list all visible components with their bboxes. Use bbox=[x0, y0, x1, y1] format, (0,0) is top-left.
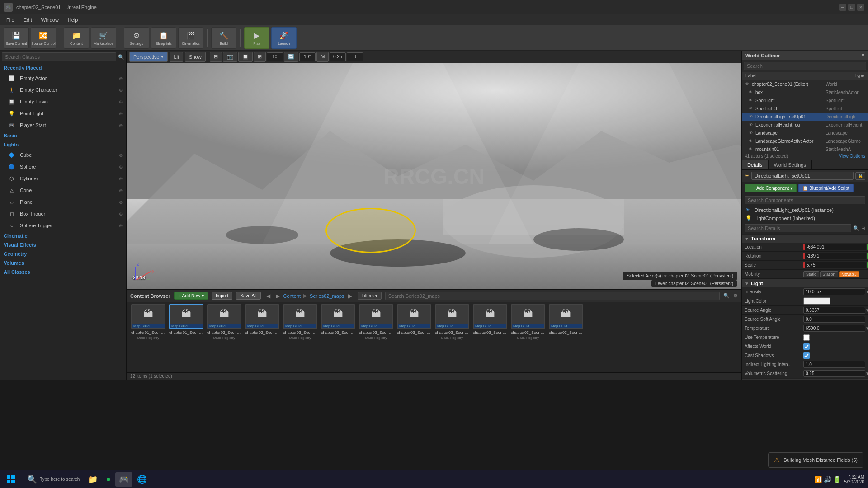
intensity-dropdown-icon[interactable]: ▾ bbox=[866, 289, 868, 295]
build-button[interactable]: 🔨 Build bbox=[211, 27, 236, 49]
actor-cube-add[interactable]: ⊕ bbox=[119, 153, 123, 158]
recently-placed-header[interactable]: Recently Placed bbox=[0, 63, 126, 72]
geometry-header[interactable]: Geometry bbox=[0, 249, 126, 258]
taskbar-spotify[interactable]: ● bbox=[102, 472, 114, 487]
source-angle-dropdown-icon[interactable]: ▾ bbox=[866, 307, 868, 313]
actor-empty-character[interactable]: 🚶 Empty Character ⊕ bbox=[0, 84, 126, 96]
actor-point-light[interactable]: 💡 Point Light ⊕ bbox=[0, 108, 126, 119]
actor-plane[interactable]: ▱ Plane ⊕ bbox=[0, 196, 126, 208]
actor-cylinder-add[interactable]: ⊕ bbox=[119, 176, 123, 181]
tab-details[interactable]: Details bbox=[742, 160, 769, 169]
visibility-icon-fog[interactable]: 👁 bbox=[747, 122, 754, 128]
comp-item-directional[interactable]: ☀ DirectionalLight_setUp01 (Instance) bbox=[742, 206, 868, 214]
filters-button[interactable]: Filters ▾ bbox=[358, 292, 382, 300]
nav-extra-button[interactable]: ▶ bbox=[346, 292, 354, 300]
view-options-button[interactable]: View Options bbox=[839, 154, 865, 159]
actor-player-start-add[interactable]: ⊕ bbox=[119, 123, 123, 128]
outliner-item-scene01[interactable]: 👁 chapter02_Scene01 (Editor) World bbox=[742, 80, 868, 88]
visual-effects-header[interactable]: Visual Effects bbox=[0, 240, 126, 249]
menu-file[interactable]: File bbox=[2, 14, 19, 25]
visibility-icon-gizmo[interactable]: 👁 bbox=[747, 138, 754, 144]
temperature-input[interactable] bbox=[803, 325, 865, 332]
details-search-input[interactable] bbox=[745, 224, 851, 232]
battery-icon[interactable]: 🔋 bbox=[833, 476, 841, 483]
comp-item-light[interactable]: 💡 LightComponent (Inherited) bbox=[742, 214, 868, 222]
actor-empty-character-add[interactable]: ⊕ bbox=[119, 88, 123, 93]
actor-cube[interactable]: 🔷 Cube ⊕ bbox=[0, 149, 126, 161]
outliner-search-input[interactable] bbox=[744, 62, 866, 70]
asset-chapter03-scene03[interactable]: 🏔 Map Build chapter03_Scene03 Data Regis… bbox=[434, 304, 470, 340]
visibility-icon-directional[interactable]: 👁 bbox=[747, 113, 754, 120]
asset-chapter03-scene02[interactable]: 🏔 Map Build chapter03_Scene02_Built_Scen… bbox=[396, 304, 432, 335]
actor-sphere-trigger[interactable]: ○ Sphere Trigger ⊕ bbox=[0, 220, 126, 231]
source-soft-input[interactable] bbox=[803, 316, 865, 323]
class-search-input[interactable] bbox=[2, 52, 116, 61]
actor-cone[interactable]: △ Cone ⊕ bbox=[0, 184, 126, 196]
scale-x-input[interactable] bbox=[803, 262, 866, 268]
camera-icon-button[interactable]: 📷 bbox=[223, 52, 237, 62]
asset-chapter03-scene04-built[interactable]: 🏔 Map Build chapter03_Scene04_Built_Data bbox=[548, 304, 584, 335]
rendering-section-header[interactable]: ▼ Rendering bbox=[742, 378, 868, 380]
outliner-item-spotlight[interactable]: 👁 SpotLight SpotLight bbox=[742, 96, 868, 104]
scale-grid-input[interactable] bbox=[330, 52, 346, 61]
actor-box-trigger[interactable]: ◻ Box Trigger ⊕ bbox=[0, 208, 126, 220]
visibility-icon-box[interactable]: 👁 bbox=[747, 89, 754, 95]
location-x-input[interactable] bbox=[803, 244, 866, 250]
clock-display[interactable]: 7:32 AM 5/20/2020 bbox=[844, 474, 865, 484]
actor-sphere-trigger-add[interactable]: ⊕ bbox=[119, 223, 123, 228]
asset-chapter02-scene01[interactable]: 🏔 Map Build chapter02_Scene01 Data Regis… bbox=[206, 304, 242, 340]
visibility-icon-landscape[interactable]: 👁 bbox=[747, 130, 754, 136]
lights-header[interactable]: Lights bbox=[0, 140, 126, 149]
save-current-button[interactable]: 💾 Save Current bbox=[4, 27, 29, 49]
asset-chapter02-built[interactable]: 🏔 Map Build chapter02_Scene01_Built_Data bbox=[244, 304, 280, 335]
cast-shadows-checkbox[interactable] bbox=[803, 352, 810, 359]
surface-snap-button[interactable]: 🔲 bbox=[238, 52, 253, 62]
actor-sphere-add[interactable]: ⊕ bbox=[119, 164, 123, 169]
actor-empty-actor-add[interactable]: ⊕ bbox=[119, 76, 123, 81]
actor-box-trigger-add[interactable]: ⊕ bbox=[119, 211, 123, 216]
asset-chapter03-scene03-built[interactable]: 🏔 Map Build chapter03_Scene03_Built_Data bbox=[472, 304, 508, 335]
asset-chapter03-scene00[interactable]: 🏔 Map Build chapter03_Scene00 Data Regis… bbox=[358, 304, 394, 340]
actor-empty-pawn-add[interactable]: ⊕ bbox=[119, 99, 123, 104]
visibility-icon[interactable]: 👁 bbox=[744, 81, 750, 87]
basic-header[interactable]: Basic bbox=[0, 131, 126, 140]
close-button[interactable]: ✕ bbox=[857, 4, 864, 11]
show-button[interactable]: Show bbox=[185, 52, 206, 62]
start-button[interactable] bbox=[0, 470, 22, 488]
use-temperature-checkbox[interactable] bbox=[803, 334, 810, 341]
asset-chapter03-scene01[interactable]: 🏔 Map Build chapter03_Scene01 Data Regis… bbox=[282, 304, 318, 340]
breadcrumb-content[interactable]: Content bbox=[283, 293, 301, 299]
taskbar-explorer[interactable]: 📁 bbox=[84, 472, 101, 487]
actor-empty-pawn[interactable]: 🔲 Empty Pawn ⊕ bbox=[0, 96, 126, 108]
visibility-icon-spotlight[interactable]: 👁 bbox=[747, 97, 754, 103]
actor-player-start[interactable]: 🎮 Player Start ⊕ bbox=[0, 119, 126, 131]
transform-section-header[interactable]: ▼ Transform bbox=[742, 234, 868, 243]
cinematic-header[interactable]: Cinematic bbox=[0, 231, 126, 240]
nav-back-button[interactable]: ◀ bbox=[264, 292, 272, 300]
station-button[interactable]: Station bbox=[820, 271, 838, 277]
content-button[interactable]: 📁 Content bbox=[64, 27, 89, 49]
asset-chapter01-built[interactable]: 🏔 Map Build chapter01_Scene01_Built_Data bbox=[168, 304, 204, 335]
actor-cylinder[interactable]: ⬡ Cylinder ⊕ bbox=[0, 173, 126, 184]
add-new-button[interactable]: + Add New ▾ bbox=[174, 292, 208, 300]
taskbar-chrome[interactable]: 🌐 bbox=[133, 472, 151, 487]
outliner-item-fog[interactable]: 👁 ExponentialHeightFog ExponentialHeight bbox=[742, 121, 868, 129]
taskbar-search[interactable]: 🔍 Type here to search bbox=[24, 472, 83, 487]
asset-chapter01-scene01[interactable]: 🏔 Map Build chapter01_Scene01 Data Regis… bbox=[130, 304, 166, 340]
scale-snap-button[interactable]: ⇲ bbox=[316, 52, 329, 62]
lit-button[interactable]: Lit bbox=[170, 52, 183, 62]
menu-edit[interactable]: Edit bbox=[19, 14, 37, 25]
actor-plane-add[interactable]: ⊕ bbox=[119, 200, 123, 205]
import-button[interactable]: Import bbox=[212, 292, 232, 300]
maximize-button[interactable]: □ bbox=[848, 4, 855, 11]
lock-button[interactable]: 🔒 bbox=[855, 172, 865, 180]
blueprint-button[interactable]: 📋 Blueprint/Add Script bbox=[798, 184, 853, 192]
nav-forward-button[interactable]: ▶ bbox=[274, 292, 282, 300]
taskbar-unreal[interactable]: 🎮 bbox=[115, 472, 132, 487]
content-browser-search[interactable] bbox=[385, 292, 720, 300]
visibility-icon-spotlight3[interactable]: 👁 bbox=[747, 105, 754, 112]
cam-speed-input[interactable] bbox=[347, 52, 363, 61]
menu-window[interactable]: Window bbox=[37, 14, 63, 25]
cb-settings-icon[interactable]: ⚙ bbox=[733, 293, 738, 299]
add-component-button[interactable]: + + Add Component ▾ bbox=[745, 184, 797, 192]
